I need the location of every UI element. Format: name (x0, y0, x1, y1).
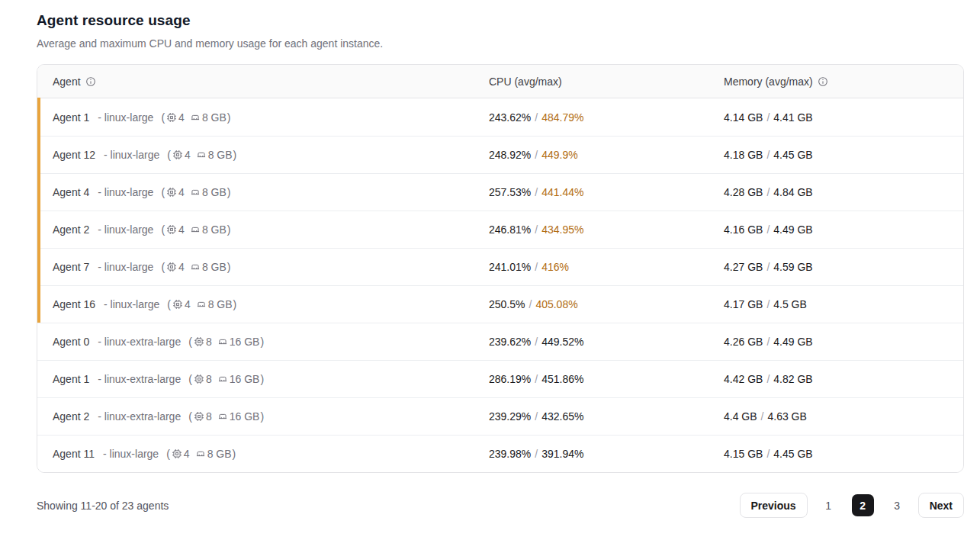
cpu-chip-icon (172, 299, 183, 310)
memory-stick-icon (190, 112, 201, 123)
memory-avg: 4.16 GB (724, 223, 763, 236)
table-row: Agent 2 - linux-extra-large ( 8 (37, 397, 963, 435)
agent-cell: Agent 11 - linux-large ( 4 (37, 448, 489, 460)
cpu-cell: 250.5% / 405.08% (489, 298, 724, 310)
info-icon[interactable] (85, 76, 96, 87)
agent-spec: ( 4 8 GB (167, 298, 236, 310)
agent-instance-type: - linux-large (104, 298, 159, 310)
cpu-cell: 246.81% / 434.95% (489, 223, 724, 236)
page-subtitle: Average and maximum CPU and memory usage… (37, 37, 964, 50)
agent-instance-type: - linux-large (104, 149, 159, 161)
memory-stick-icon (196, 299, 207, 310)
agent-name: Agent 7 (53, 261, 89, 273)
memory-max: 4.41 GB (773, 111, 812, 124)
memory-max: 4.84 GB (773, 186, 812, 198)
memory-cell: 4.17 GB / 4.5 GB (724, 298, 963, 310)
cpu-cell: 286.19% / 451.86% (489, 373, 724, 385)
column-header-memory-label: Memory (avg/max) (724, 76, 813, 88)
open-paren: ( (161, 186, 165, 198)
agent-name: Agent 12 (53, 149, 95, 161)
previous-page-button[interactable]: Previous (740, 493, 808, 518)
memory-cell: 4.26 GB / 4.49 GB (724, 336, 963, 348)
table-row: Agent 12 - linux-large ( 4 (37, 136, 963, 173)
cpu-chip-icon (194, 411, 204, 422)
next-page-button[interactable]: Next (918, 493, 964, 518)
cpu-max: 449.9% (541, 149, 577, 161)
memory-max: 4.45 GB (773, 149, 812, 161)
memory-cell: 4.28 GB / 4.84 GB (724, 186, 963, 198)
cpu-max: 391.94% (541, 448, 583, 460)
agent-spec: ( 4 8 GB (161, 261, 230, 273)
memory-stick-icon (196, 149, 207, 160)
close-paren: ) (233, 448, 236, 460)
close-paren: ) (227, 186, 231, 198)
agent-spec: ( 8 16 GB (188, 410, 264, 423)
open-paren: ( (161, 261, 165, 273)
close-paren: ) (227, 223, 231, 236)
close-paren: ) (260, 336, 264, 348)
memory-size: 8 GB (207, 448, 232, 460)
cpu-avg: 243.62% (489, 111, 531, 124)
page-button-3[interactable]: 3 (886, 494, 908, 516)
memory-cell: 4.4 GB / 4.63 GB (724, 410, 963, 423)
info-icon[interactable] (818, 76, 828, 87)
open-paren: ( (188, 373, 192, 385)
memory-cell: 4.42 GB / 4.82 GB (724, 373, 963, 385)
slash-separator: / (761, 410, 764, 423)
slash-separator: / (529, 298, 532, 310)
cpu-avg: 239.98% (489, 448, 531, 460)
close-paren: ) (227, 261, 231, 273)
memory-cell: 4.16 GB / 4.49 GB (724, 223, 963, 236)
cpu-chip-icon (166, 262, 177, 272)
memory-cell: 4.15 GB / 4.45 GB (724, 448, 963, 460)
table-row: Agent 4 - linux-large ( 4 (37, 173, 963, 211)
cpu-cell: 239.29% / 432.65% (489, 410, 724, 423)
cpu-chip-icon (166, 187, 177, 198)
cpu-count: 4 (185, 149, 191, 161)
memory-avg: 4.18 GB (724, 149, 763, 161)
agent-cell: Agent 1 - linux-extra-large ( 8 (37, 373, 489, 385)
cpu-cell: 241.01% / 416% (489, 261, 724, 273)
cpu-count: 4 (185, 298, 191, 310)
slash-separator: / (766, 223, 770, 236)
agent-instance-type: - linux-large (98, 111, 153, 124)
close-paren: ) (260, 373, 264, 385)
agent-name: Agent 4 (53, 186, 89, 198)
slash-separator: / (766, 448, 770, 460)
memory-size: 16 GB (230, 373, 260, 385)
agent-cell: Agent 4 - linux-large ( 4 (37, 186, 489, 198)
cpu-cell: 239.62% / 449.52% (489, 336, 724, 348)
table-row: Agent 7 - linux-large ( 4 (37, 248, 963, 285)
memory-avg: 4.17 GB (724, 298, 763, 310)
slash-separator: / (766, 298, 770, 310)
agent-resource-usage-page: Agent resource usage Average and maximum… (0, 0, 980, 518)
cpu-max: 484.79% (541, 111, 583, 124)
table-body: Agent 1 - linux-large ( 4 (37, 98, 963, 472)
results-summary: Showing 11-20 of 23 agents (37, 500, 169, 512)
slash-separator: / (535, 261, 538, 273)
agents-table: Agent CPU (avg/max) Memory (avg/max) (37, 64, 964, 473)
cpu-count: 8 (206, 410, 212, 423)
slash-separator: / (535, 186, 538, 198)
slash-separator: / (535, 149, 538, 161)
memory-avg: 4.27 GB (724, 261, 763, 273)
memory-max: 4.59 GB (773, 261, 812, 273)
cpu-chip-icon (172, 448, 182, 459)
cpu-max: 449.52% (541, 336, 583, 348)
memory-cell: 4.18 GB / 4.45 GB (724, 149, 963, 161)
slash-separator: / (535, 336, 538, 348)
cpu-max: 405.08% (535, 298, 577, 310)
page-button-1[interactable]: 1 (818, 494, 840, 516)
table-row: Agent 1 - linux-large ( 4 (37, 98, 963, 136)
memory-max: 4.49 GB (773, 336, 812, 348)
page-button-2[interactable]: 2 (852, 494, 874, 516)
agent-instance-type: - linux-extra-large (98, 373, 181, 385)
cpu-chip-icon (166, 112, 177, 123)
agent-spec: ( 4 8 GB (167, 149, 236, 161)
slash-separator: / (766, 336, 770, 348)
memory-avg: 4.14 GB (724, 111, 763, 124)
cpu-max: 441.44% (541, 186, 583, 198)
cpu-count: 4 (178, 186, 185, 198)
slash-separator: / (535, 223, 538, 236)
close-paren: ) (233, 298, 237, 310)
